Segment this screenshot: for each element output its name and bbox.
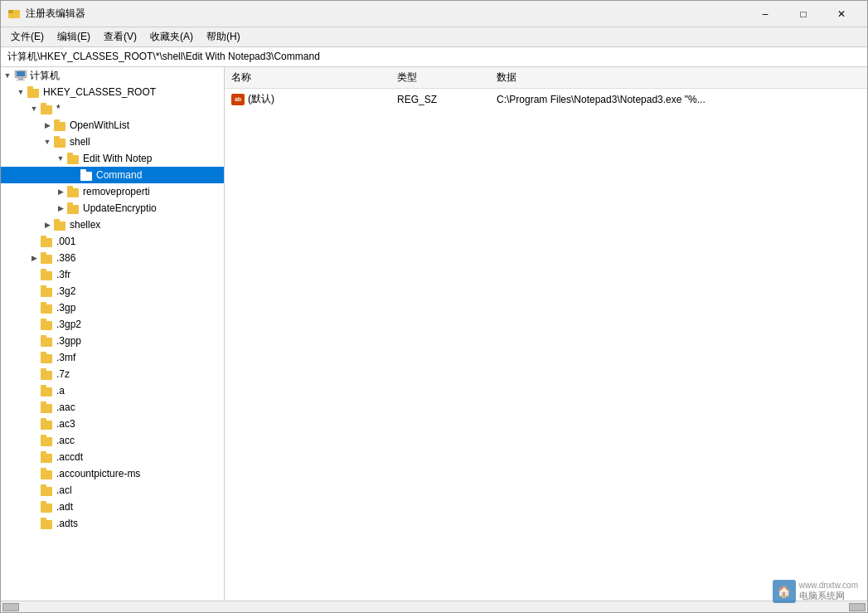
tree-label-3g2: .3g2 xyxy=(56,285,75,297)
folder-icon-3gp2 xyxy=(41,319,54,330)
tree-item-updateenc[interactable]: ▶ UpdateEncryptio xyxy=(1,200,224,216)
scroll-right-btn[interactable] xyxy=(849,603,866,611)
close-button[interactable]: ✕ xyxy=(822,1,861,27)
expander-accdt[interactable] xyxy=(27,450,41,464)
folder-icon-3gpp xyxy=(41,335,54,347)
computer-icon xyxy=(14,70,27,81)
tree-item-acc[interactable]: .acc xyxy=(1,432,224,449)
expander-accountpic[interactable] xyxy=(27,467,41,480)
tree-label-3gp2: .3gp2 xyxy=(56,319,81,330)
expander-3fr[interactable] xyxy=(27,268,41,281)
tree-item-shellex[interactable]: ▶ shellex xyxy=(1,216,224,233)
menu-help[interactable]: 帮助(H) xyxy=(200,29,247,46)
expander-3g2[interactable] xyxy=(27,285,41,298)
tree-item-star[interactable]: ▼ * xyxy=(1,100,224,117)
expander-3gp[interactable] xyxy=(27,301,41,314)
expander-aac[interactable] xyxy=(27,401,41,414)
tree-item-aac[interactable]: .aac xyxy=(1,399,224,416)
expander-3mf[interactable] xyxy=(27,351,41,364)
expander-a[interactable] xyxy=(27,384,41,397)
tree-item-3mf[interactable]: .3mf xyxy=(1,349,224,366)
tree-label-updateenc: UpdateEncryptio xyxy=(83,202,157,214)
watermark-text: www.dnxtw.com 电脑系统网 xyxy=(799,581,858,602)
tree-label-shellex: shellex xyxy=(70,219,100,231)
tree-item-3g2[interactable]: .3g2 xyxy=(1,283,224,299)
tree-item-adts[interactable]: .adts xyxy=(1,515,224,532)
tree-label-openwithlist: OpenWithList xyxy=(70,119,129,131)
tree-item-adt[interactable]: .adt xyxy=(1,499,224,515)
expander-adt[interactable] xyxy=(27,500,41,513)
watermark: 🏠 www.dnxtw.com 电脑系统网 xyxy=(773,580,858,603)
expander-3gp2[interactable] xyxy=(27,318,41,331)
tree-label-aac: .aac xyxy=(56,401,75,413)
col-header-name: 名称 xyxy=(225,69,390,86)
table-row[interactable]: ab (默认) REG_SZ C:\Program Files\Notepad3… xyxy=(225,89,867,109)
expander-386[interactable]: ▶ xyxy=(27,251,41,265)
maximize-button[interactable]: □ xyxy=(784,1,822,27)
tree-item-3gp2[interactable]: .3gp2 xyxy=(1,316,224,333)
cell-type: REG_SZ xyxy=(390,92,490,107)
svg-rect-1 xyxy=(8,10,13,13)
expander-acc[interactable] xyxy=(27,434,41,447)
expander-removeprops[interactable]: ▶ xyxy=(54,185,67,198)
tree-item-removeprops[interactable]: ▶ removeproperti xyxy=(1,183,224,200)
tree-item-a[interactable]: .a xyxy=(1,382,224,399)
expander-openwithlist[interactable]: ▶ xyxy=(41,119,54,132)
folder-icon-adts xyxy=(41,518,54,529)
scroll-left-btn[interactable] xyxy=(2,603,19,611)
folder-icon-3gp xyxy=(41,302,54,314)
folder-icon-3fr xyxy=(41,269,54,280)
folder-icon-3mf xyxy=(41,352,54,363)
tree-item-accdt[interactable]: .accdt xyxy=(1,449,224,465)
expander-shellex[interactable]: ▶ xyxy=(41,218,54,231)
tree-label-a: .a xyxy=(56,385,65,397)
expander-adts[interactable] xyxy=(27,517,41,530)
tree-label-7z: .7z xyxy=(56,368,70,380)
menu-favorites[interactable]: 收藏夹(A) xyxy=(143,29,200,46)
menu-view[interactable]: 查看(V) xyxy=(97,29,143,46)
folder-icon-accountpic xyxy=(41,468,54,479)
expander-shell[interactable]: ▼ xyxy=(41,135,54,148)
window-title: 注册表编辑器 xyxy=(26,7,746,21)
tree-item-shell[interactable]: ▼ shell xyxy=(1,134,224,150)
expander-7z[interactable] xyxy=(27,367,41,381)
tree-item-7z[interactable]: .7z xyxy=(1,366,224,382)
main-content: ▼ 计算机 ▼ HKEY_CLASSES_ROOT ▼ * xyxy=(1,67,867,601)
col-header-type: 类型 xyxy=(390,69,490,86)
tree-item-3gpp[interactable]: .3gpp xyxy=(1,333,224,349)
tree-item-openwithlist[interactable]: ▶ OpenWithList xyxy=(1,117,224,134)
expander-001[interactable] xyxy=(27,235,41,248)
expander-ac3[interactable] xyxy=(27,417,41,431)
tree-item-hkcr[interactable]: ▼ HKEY_CLASSES_ROOT xyxy=(1,84,224,100)
tree-item-command[interactable]: Command xyxy=(1,167,224,183)
tree-item-386[interactable]: ▶ .386 xyxy=(1,250,224,266)
expander-star[interactable]: ▼ xyxy=(27,102,41,115)
expander-hkcr[interactable]: ▼ xyxy=(14,85,27,99)
tree-label-adts: .adts xyxy=(56,518,78,529)
folder-icon-updateenc xyxy=(67,202,80,214)
expander-editnotepad[interactable]: ▼ xyxy=(54,152,67,165)
tree-item-001[interactable]: .001 xyxy=(1,233,224,250)
tree-item-acl[interactable]: .acl xyxy=(1,482,224,499)
tree-panel[interactable]: ▼ 计算机 ▼ HKEY_CLASSES_ROOT ▼ * xyxy=(1,67,225,601)
tree-item-accountpic[interactable]: .accountpicture-ms xyxy=(1,465,224,482)
horizontal-scrollbar[interactable] xyxy=(1,601,867,612)
tree-item-computer[interactable]: ▼ 计算机 xyxy=(1,67,224,84)
expander-updateenc[interactable]: ▶ xyxy=(54,202,67,215)
title-bar: 注册表编辑器 – □ ✕ xyxy=(1,1,867,27)
menu-edit[interactable]: 编辑(E) xyxy=(51,29,97,46)
tree-item-3gp[interactable]: .3gp xyxy=(1,299,224,316)
expander-3gpp[interactable] xyxy=(27,334,41,348)
folder-icon-ac3 xyxy=(41,418,54,430)
folder-icon-shellex xyxy=(54,219,67,231)
expander-computer[interactable]: ▼ xyxy=(1,69,14,82)
expander-command[interactable] xyxy=(67,168,80,182)
menu-file[interactable]: 文件(E) xyxy=(4,29,51,46)
minimize-button[interactable]: – xyxy=(746,1,784,27)
tree-label-editnotepad: Edit With Notep xyxy=(83,153,152,164)
expander-acl[interactable] xyxy=(27,484,41,497)
tree-item-3fr[interactable]: .3fr xyxy=(1,266,224,283)
tree-item-ac3[interactable]: .ac3 xyxy=(1,416,224,432)
tree-item-editnotepad[interactable]: ▼ Edit With Notep xyxy=(1,150,224,167)
scroll-track[interactable] xyxy=(19,603,849,611)
